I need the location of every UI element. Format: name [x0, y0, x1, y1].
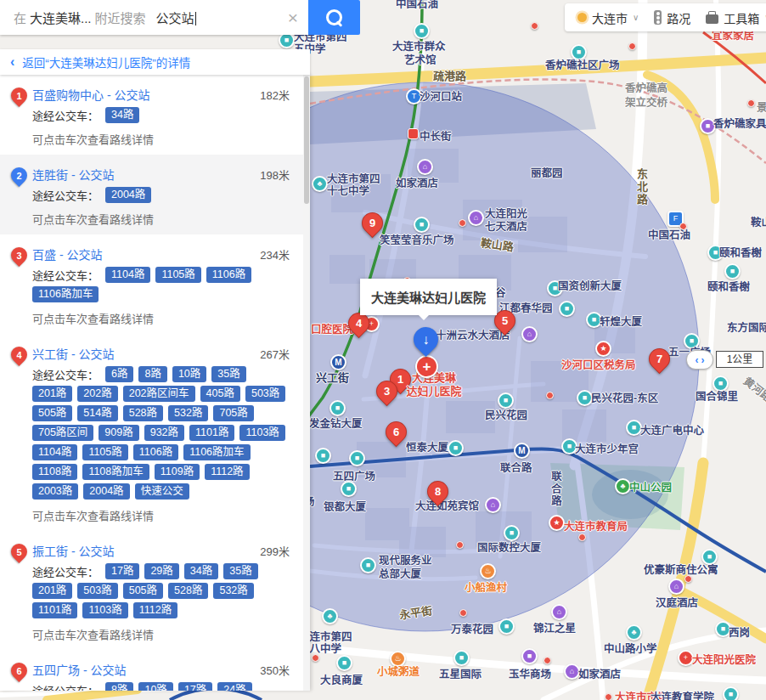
back-link[interactable]: ‹ 返回“大连美琳达妇儿医院”的详情: [0, 49, 310, 75]
back-label: 返回“大连美琳达妇儿医院”的详情: [22, 54, 190, 71]
scrollbar[interactable]: [303, 75, 310, 691]
bus-route-badge[interactable]: 405路: [200, 386, 240, 402]
bus-route-badge[interactable]: 201路: [32, 386, 72, 402]
bus-route-badge[interactable]: 909路: [99, 425, 138, 441]
map-marker-9[interactable]: 9: [358, 208, 387, 238]
bus-route-badge[interactable]: 201路: [32, 583, 72, 599]
bus-route-badge[interactable]: 932路: [144, 425, 184, 441]
map-controls-bar: 大连市 ∨ 路况 工具箱 ∨: [565, 3, 766, 31]
bus-route-badge[interactable]: 1112路: [205, 464, 249, 480]
bus-route-badge[interactable]: 17路: [178, 682, 212, 691]
bus-list: 途经公交车：6路8路10路35路201路202路202路区间车405路503路5…: [32, 366, 290, 500]
bus-route-badge[interactable]: 528路: [123, 405, 163, 421]
search-input[interactable]: 在大连美琳...附近搜索公交站: [10, 8, 278, 26]
bus-route-badge[interactable]: 24路: [217, 682, 251, 691]
bus-route-badge[interactable]: 705路: [213, 405, 253, 421]
result-item[interactable]: 4兴工街 - 公交站267米途经公交车：6路8路10路35路201路202路20…: [0, 334, 310, 531]
city-selector[interactable]: 大连市 ∨: [570, 9, 646, 26]
bus-route-badge[interactable]: 528路: [168, 583, 208, 599]
bus-route-badge[interactable]: 1112路: [133, 602, 177, 618]
bus-route-badge[interactable]: 17路: [105, 563, 139, 579]
bus-route-badge[interactable]: 1104路: [105, 267, 150, 283]
bus-route-badge[interactable]: 1106路加车: [183, 444, 250, 460]
map-marker-6[interactable]: 6: [381, 417, 411, 447]
bus-route-badge[interactable]: 8路: [138, 366, 166, 382]
bus-route-badge[interactable]: 202路区间车: [123, 386, 195, 402]
station-link[interactable]: 百盛购物中心 - 公交站: [32, 86, 149, 103]
bus-route-badge[interactable]: 705路区间: [32, 425, 93, 441]
result-title-row: 连胜街 - 公交站198米: [32, 166, 290, 183]
bus-route-badge[interactable]: 1104路: [32, 444, 77, 460]
map-scale: 1公里: [716, 351, 763, 368]
list-marker-4: 4: [8, 343, 31, 366]
list-marker-1: 1: [8, 84, 31, 107]
bus-route-badge[interactable]: 2004路: [83, 483, 129, 500]
bus-route-badge[interactable]: 29路: [144, 563, 178, 579]
distance: 198米: [260, 167, 290, 183]
search-query: 公交站: [156, 11, 194, 25]
bus-route-badge[interactable]: 505路: [32, 405, 72, 421]
station-link[interactable]: 百盛 - 公交站: [32, 246, 102, 262]
station-link[interactable]: 五四广场 - 公交站: [32, 661, 126, 678]
bus-route-badge[interactable]: 514路: [77, 405, 117, 421]
bus-route-badge[interactable]: 1106路: [133, 444, 178, 460]
clear-search-icon[interactable]: ×: [278, 0, 308, 35]
bus-route-badge[interactable]: 10路: [138, 682, 172, 691]
bus-route-badge[interactable]: 35路: [223, 563, 257, 579]
result-item[interactable]: 6五四广场 - 公交站350米途经公交车：8路10路17路24路514路705路…: [0, 650, 310, 691]
hospital-cross-icon[interactable]: +: [415, 355, 438, 378]
bus-route-badge[interactable]: 1108路: [32, 464, 77, 480]
bus-route-badge[interactable]: 35路: [211, 366, 245, 382]
bus-route-badge[interactable]: 2004路: [105, 187, 151, 203]
bus-label: 途经公交车：: [32, 187, 99, 203]
result-note: 可点击车次查看路线详情: [32, 131, 290, 147]
bus-route-badge[interactable]: 8路: [105, 682, 133, 691]
search-button[interactable]: [308, 0, 360, 35]
bus-route-badge[interactable]: 1108路加车: [82, 464, 149, 480]
result-item[interactable]: 3百盛 - 公交站234米途经公交车：1104路1105路1106路1106路加…: [0, 234, 310, 334]
bus-route-badge[interactable]: 34路: [105, 107, 139, 123]
bus-route-badge[interactable]: 快速公交: [135, 483, 189, 500]
bus-route-badge[interactable]: 505路: [123, 583, 163, 599]
map-marker-7[interactable]: 7: [645, 344, 674, 374]
bus-route-badge[interactable]: 10路: [172, 366, 206, 382]
bus-route-badge[interactable]: 1101路: [189, 425, 234, 441]
bus-route-badge[interactable]: 1103路: [82, 602, 127, 618]
toolbox-menu[interactable]: 工具箱 ∨: [698, 9, 766, 26]
station-link[interactable]: 振工街 - 公交站: [32, 542, 114, 559]
station-link[interactable]: 兴工街 - 公交站: [32, 345, 114, 362]
bus-route-badge[interactable]: 503路: [77, 583, 117, 599]
bus-route-badge[interactable]: 202路: [77, 386, 117, 402]
bus-route-badge[interactable]: 1101路: [32, 602, 77, 618]
list-marker-2: 2: [8, 164, 31, 187]
result-item[interactable]: 2连胜街 - 公交站198米途经公交车：2004路可点击车次查看路线详情: [0, 155, 310, 234]
search-bar[interactable]: 在大连美琳...附近搜索公交站 ×: [0, 0, 308, 35]
bus-route-badge[interactable]: 503路: [245, 386, 285, 402]
station-link[interactable]: 连胜街 - 公交站: [32, 166, 114, 183]
bus-list: 途经公交车：1104路1105路1106路1106路加车: [32, 267, 290, 302]
scrollbar-thumb[interactable]: [304, 76, 309, 204]
map-marker-8[interactable]: 8: [423, 477, 453, 506]
result-title-row: 百盛购物中心 - 公交站182米: [32, 86, 290, 103]
location-pin[interactable]: ↓: [408, 322, 443, 357]
bus-route-badge[interactable]: 532路: [168, 405, 208, 421]
bus-route-badge[interactable]: 1106路: [206, 267, 251, 283]
distance: 234米: [260, 246, 290, 262]
bus-route-badge[interactable]: 34路: [184, 563, 218, 579]
pan-button[interactable]: ‹›: [686, 350, 713, 370]
bus-route-badge[interactable]: 2003路: [32, 483, 78, 500]
chevron-left-icon: ‹: [10, 54, 14, 70]
bus-route-badge[interactable]: 6路: [105, 366, 133, 382]
bus-route-badge[interactable]: 532路: [213, 583, 253, 599]
result-item[interactable]: 1百盛购物中心 - 公交站182米途经公交车：34路可点击车次查看路线详情: [0, 75, 310, 155]
bus-list: 途经公交车：34路: [32, 107, 290, 123]
bus-route-badge[interactable]: 1109路: [155, 464, 200, 480]
bus-route-badge[interactable]: 1103路: [239, 425, 284, 441]
result-title-row: 兴工街 - 公交站267米: [32, 345, 290, 362]
bus-route-badge[interactable]: 1106路加车: [32, 286, 99, 302]
bus-route-badge[interactable]: 1105路: [82, 444, 127, 460]
bus-route-badge[interactable]: 1105路: [155, 267, 200, 283]
map-tooltip[interactable]: 大连美琳达妇儿医院: [360, 279, 497, 315]
result-item[interactable]: 5振工街 - 公交站299米途经公交车：17路29路34路35路201路503路…: [0, 531, 310, 650]
traffic-toggle[interactable]: 路况: [646, 9, 698, 26]
